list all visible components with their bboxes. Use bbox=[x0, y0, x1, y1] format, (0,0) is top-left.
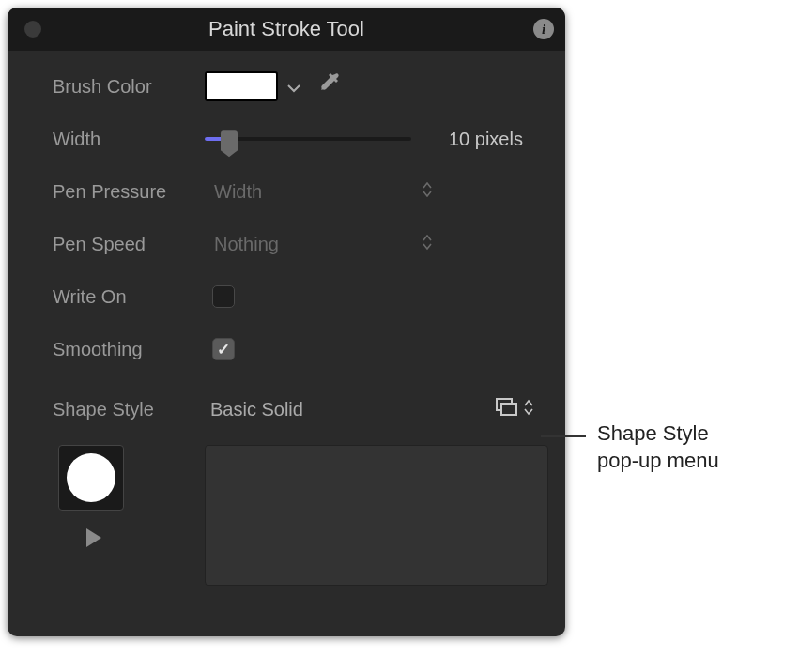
callout-line1: Shape Style bbox=[597, 420, 719, 448]
write-on-row: Write On bbox=[53, 280, 548, 313]
stepper-icon bbox=[423, 234, 432, 255]
brush-color-row: Brush Color bbox=[53, 69, 548, 103]
brush-color-well[interactable] bbox=[205, 71, 278, 101]
shape-style-popup-menu[interactable] bbox=[496, 398, 533, 421]
stepper-icon bbox=[524, 399, 533, 420]
window-title: Paint Stroke Tool bbox=[8, 17, 565, 41]
shape-style-value: Basic Solid bbox=[205, 399, 303, 420]
callout: Shape Style pop-up menu bbox=[541, 420, 719, 474]
panel-content: Brush Color Width 10 pixels Pen Pre bbox=[8, 51, 565, 604]
preview-row bbox=[53, 445, 548, 586]
pen-pressure-value: Width bbox=[214, 181, 262, 203]
smoothing-row: Smoothing bbox=[53, 332, 548, 366]
width-label: Width bbox=[53, 129, 205, 150]
stepper-icon bbox=[423, 181, 432, 203]
svg-rect-1 bbox=[501, 404, 516, 415]
brush-preview-swatch[interactable] bbox=[58, 445, 124, 511]
swatch-column bbox=[53, 445, 205, 553]
shape-style-row: Shape Style Basic Solid bbox=[53, 392, 548, 426]
stroke-preview-area[interactable] bbox=[205, 445, 548, 586]
pen-speed-label: Pen Speed bbox=[53, 234, 205, 255]
slider-thumb[interactable] bbox=[221, 130, 238, 151]
smoothing-label: Smoothing bbox=[53, 339, 205, 360]
smoothing-checkbox[interactable] bbox=[212, 338, 235, 360]
eyedropper-icon[interactable] bbox=[317, 71, 344, 102]
width-value[interactable]: 10 pixels bbox=[449, 129, 523, 150]
pen-pressure-label: Pen Pressure bbox=[53, 181, 205, 203]
pen-speed-value: Nothing bbox=[214, 234, 279, 255]
close-window-dot[interactable] bbox=[24, 21, 41, 38]
circle-icon bbox=[67, 453, 115, 502]
paint-stroke-panel: Paint Stroke Tool i Brush Color Width bbox=[8, 8, 565, 636]
write-on-label: Write On bbox=[53, 286, 205, 308]
callout-text: Shape Style pop-up menu bbox=[597, 420, 719, 474]
pen-pressure-popup[interactable]: Width bbox=[205, 176, 439, 206]
titlebar: Paint Stroke Tool i bbox=[8, 8, 565, 51]
width-row: Width 10 pixels bbox=[53, 122, 548, 156]
info-icon[interactable]: i bbox=[533, 19, 554, 39]
play-icon[interactable] bbox=[85, 527, 103, 553]
write-on-checkbox[interactable] bbox=[212, 285, 235, 308]
shape-style-label: Shape Style bbox=[53, 399, 205, 420]
pen-pressure-row: Pen Pressure Width bbox=[53, 175, 548, 208]
chevron-down-icon[interactable] bbox=[287, 76, 300, 98]
preset-library-icon bbox=[496, 398, 518, 421]
pen-speed-row: Pen Speed Nothing bbox=[53, 227, 548, 261]
brush-color-label: Brush Color bbox=[53, 76, 205, 98]
width-slider[interactable] bbox=[205, 128, 411, 150]
pen-speed-popup[interactable]: Nothing bbox=[205, 229, 439, 259]
callout-line2: pop-up menu bbox=[597, 448, 719, 475]
callout-line bbox=[541, 435, 586, 437]
